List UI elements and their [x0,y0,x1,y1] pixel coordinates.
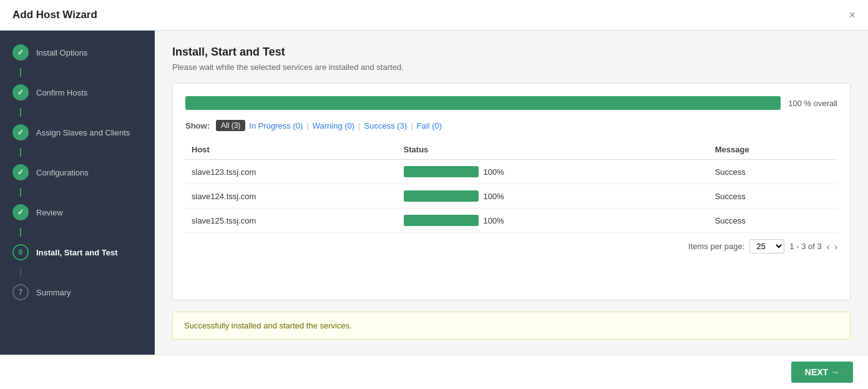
overall-progress-bar-fill [185,96,781,110]
table-row: slave125.tssj.com100%Success [185,209,837,233]
step-label-5: Review [36,208,63,217]
step-label-1: Install Options [36,48,87,57]
step-circle-2: ✓ [12,84,29,101]
step-connector-5 [20,228,21,237]
sidebar-step-1[interactable]: ✓Install Options [0,37,155,68]
step-circle-6: 6 [12,244,29,260]
message-cell: Success [709,209,837,233]
page-range-label: 1 - 3 of 3 [789,242,821,251]
filter-success[interactable]: Success (3) [364,121,407,130]
page-title: Install, Start and Test [172,46,851,59]
main-content: Install, Start and Test Please wait whil… [155,31,868,355]
modal-header: Add Host Wizard × [0,0,868,31]
col-host: Host [185,140,397,160]
success-message: Successfully installed and started the s… [172,312,851,340]
step-circle-1: ✓ [12,44,29,61]
message-cell: Success [709,160,837,184]
overall-progress-label: 100 % overall [788,99,837,108]
sidebar-step-5[interactable]: ✓Review [0,197,155,228]
modal-title: Add Host Wizard [12,9,97,21]
table-row: slave123.tssj.com100%Success [185,160,837,184]
page-prev-button[interactable]: ‹ [827,242,830,252]
next-button[interactable]: NEXT → [791,362,853,383]
table-row: slave124.tssj.com100%Success [185,184,837,209]
page-subtitle: Please wait while the selected services … [172,62,851,72]
col-status: Status [397,140,709,160]
filter-fail[interactable]: Fail (0) [417,121,442,130]
step-label-3: Assign Slaves and Clients [36,128,130,137]
row-progress-fill [404,215,479,226]
host-cell: slave124.tssj.com [185,184,397,209]
step-label-4: Configurations [36,168,89,177]
filter-all[interactable]: All (3) [216,120,245,131]
step-connector-2 [20,108,21,117]
row-progress-fill [404,166,479,177]
status-cell: 100% [397,184,709,209]
pagination-row: Items per page: 25 50 100 1 - 3 of 3 ‹ › [185,233,837,256]
step-connector-3 [20,148,21,157]
row-pct-label: 100% [484,167,504,177]
content-card: 100 % overall Show: All (3) In Progress … [172,83,851,300]
filter-warning[interactable]: Warning (0) [313,121,354,130]
step-circle-5: ✓ [12,204,29,220]
sidebar-step-2[interactable]: ✓Confirm Hosts [0,77,155,108]
host-cell: slave123.tssj.com [185,160,397,184]
close-button[interactable]: × [849,9,856,21]
filter-in-progress[interactable]: In Progress (0) [249,121,303,130]
col-message: Message [709,140,837,160]
items-per-page-label: Items per page: [688,242,744,251]
row-pct-label: 100% [484,216,504,225]
wizard-sidebar: ✓Install Options✓Confirm Hosts✓Assign Sl… [0,31,155,355]
message-cell: Success [709,184,837,209]
overall-progress-bar-wrap [185,96,781,110]
row-progress-fill [404,190,479,202]
step-connector-4 [20,188,21,197]
step-connector-6 [20,268,21,277]
per-page-select[interactable]: 25 50 100 [749,239,784,254]
overall-progress-row: 100 % overall [185,96,837,110]
sidebar-step-6[interactable]: 6Install, Start and Test [0,237,155,268]
show-label: Show: [185,121,210,130]
sidebar-step-3[interactable]: ✓Assign Slaves and Clients [0,117,155,148]
status-cell: 100% [397,209,709,233]
host-table: Host Status Message slave123.tssj.com100… [185,140,837,233]
step-circle-3: ✓ [12,124,29,140]
host-cell: slave125.tssj.com [185,209,397,233]
step-label-6: Install, Start and Test [36,248,118,257]
row-pct-label: 100% [484,192,504,201]
sidebar-step-4[interactable]: ✓Configurations [0,157,155,188]
status-cell: 100% [397,160,709,184]
modal-footer: NEXT → [0,355,868,389]
step-label-7: Summary [36,288,71,297]
step-label-2: Confirm Hosts [36,88,87,97]
filter-row: Show: All (3) In Progress (0) | Warning … [185,120,837,131]
sidebar-step-7[interactable]: 7Summary [0,277,155,308]
step-circle-7: 7 [12,284,29,300]
step-circle-4: ✓ [12,164,29,180]
step-connector-1 [20,68,21,77]
page-next-button[interactable]: › [834,242,837,252]
